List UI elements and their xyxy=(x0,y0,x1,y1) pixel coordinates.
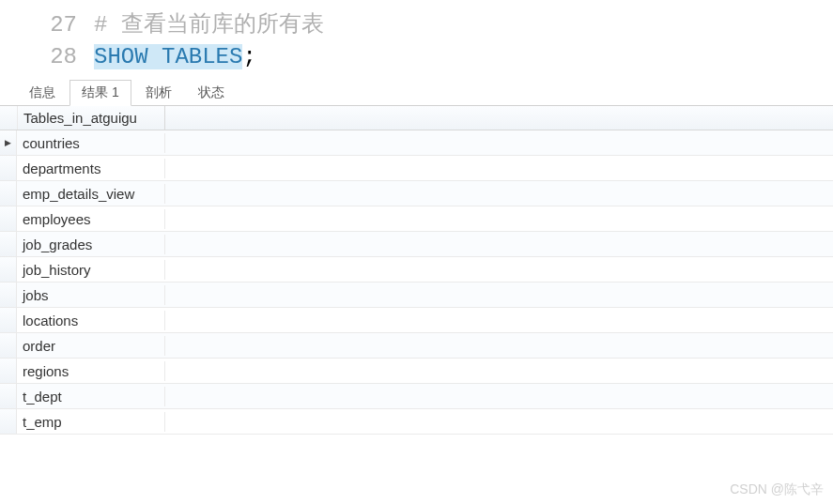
row-handle[interactable] xyxy=(0,283,17,307)
row-handle[interactable] xyxy=(0,333,17,358)
row-handle[interactable] xyxy=(0,206,17,231)
tab-info[interactable]: 信息 xyxy=(17,80,68,105)
table-row[interactable]: job_grades xyxy=(0,232,833,257)
grid-cell[interactable]: job_history xyxy=(17,260,165,280)
table-row[interactable]: job_history xyxy=(0,257,833,283)
table-row[interactable]: departments xyxy=(0,156,833,181)
code-line-28[interactable]: 28 SHOW TABLES; xyxy=(0,41,833,73)
table-row[interactable]: order xyxy=(0,333,833,359)
row-handle[interactable] xyxy=(0,384,17,408)
table-row[interactable]: countries xyxy=(0,130,833,156)
grid-cell[interactable]: regions xyxy=(17,361,165,381)
line-number: 27 xyxy=(0,9,94,41)
grid-cell[interactable]: t_emp xyxy=(17,412,165,432)
table-row[interactable]: locations xyxy=(0,308,833,333)
grid-cell[interactable]: order xyxy=(17,336,165,356)
row-handle[interactable] xyxy=(0,359,17,383)
code-sql: SHOW TABLES; xyxy=(94,41,256,73)
tab-status[interactable]: 状态 xyxy=(186,80,237,105)
code-comment: # 查看当前库的所有表 xyxy=(94,9,324,41)
grid-header[interactable]: Tables_in_atguigu xyxy=(0,106,833,130)
grid-cell[interactable]: job_grades xyxy=(17,235,165,254)
row-handle[interactable] xyxy=(0,181,17,206)
row-handle[interactable] xyxy=(0,409,17,434)
grid-cell[interactable]: departments xyxy=(17,159,165,178)
grid-cell[interactable]: employees xyxy=(17,209,165,229)
table-row[interactable]: t_emp xyxy=(0,409,833,435)
row-handle[interactable] xyxy=(0,130,17,155)
table-row[interactable]: t_dept xyxy=(0,384,833,409)
row-handle[interactable] xyxy=(0,232,17,256)
grid-cell[interactable]: t_dept xyxy=(17,387,165,406)
table-row[interactable]: emp_details_view xyxy=(0,181,833,206)
line-number: 28 xyxy=(0,41,94,73)
row-handle[interactable] xyxy=(0,308,17,332)
row-handle[interactable] xyxy=(0,257,17,282)
code-line-27[interactable]: 27 # 查看当前库的所有表 xyxy=(0,9,833,41)
table-row[interactable]: employees xyxy=(0,206,833,232)
sql-editor[interactable]: 27 # 查看当前库的所有表 28 SHOW TABLES; xyxy=(0,0,833,80)
grid-cell[interactable]: locations xyxy=(17,311,165,330)
watermark: CSDN @陈弋辛 xyxy=(730,481,824,498)
tab-profile[interactable]: 剖析 xyxy=(133,80,184,105)
table-row[interactable]: regions xyxy=(0,359,833,384)
row-handle[interactable] xyxy=(0,156,17,180)
tab-result-1[interactable]: 结果 1 xyxy=(69,80,131,106)
result-tabs: 信息 结果 1 剖析 状态 xyxy=(0,80,833,106)
grid-cell[interactable]: countries xyxy=(17,133,165,153)
grid-cell[interactable]: jobs xyxy=(17,285,165,305)
grid-cell[interactable]: emp_details_view xyxy=(17,184,165,204)
table-row[interactable]: jobs xyxy=(0,283,833,308)
result-grid[interactable]: Tables_in_atguigu countriesdepartmentsem… xyxy=(0,106,833,435)
grid-body: countriesdepartmentsemp_details_viewempl… xyxy=(0,130,833,435)
column-header[interactable]: Tables_in_atguigu xyxy=(17,106,165,130)
